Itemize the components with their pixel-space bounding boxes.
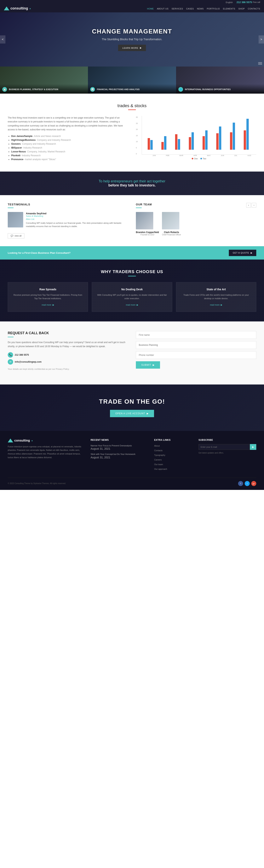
arrow-icon: ▶ [137,304,138,306]
hero-prev-button[interactable]: < [0,35,5,43]
feature-icon-3: 🌐 [178,87,183,92]
submit-button[interactable]: SUBMIT ▶ [136,361,160,369]
feature-card-3[interactable]: 🌐 INTERNATIONAL BUSINESS OPPORTUNITIES [176,66,264,94]
trades-divider [128,110,136,110]
hamburger-icon[interactable] [258,62,262,65]
arrow-icon: ▶ [147,412,148,415]
arrow-icon: ▶ [140,46,142,49]
footer-news-title-1[interactable]: Narrow Your Focus to Prevent Overanalysi… [91,444,148,447]
footer: consulting ▲ Fusce interdum ipsum egesta… [0,431,264,490]
footer-link-careers[interactable]: Careers [154,458,193,461]
view-all-button[interactable]: 💬 view all [8,233,24,239]
nav-item-about[interactable]: ABOUT US [157,7,168,10]
nav-item-shop[interactable]: SHOP [238,7,245,10]
hero-subtitle: The Stumbling Blocks that Trip Up Transf… [92,38,172,41]
team-member-2-role: Chief Financial Officer [162,234,181,236]
subscribe-button[interactable]: ▶ [250,444,256,450]
callback-form: Business Planning Financial Analysis Str… [136,331,256,375]
arrow-icon: ▶ [221,304,222,306]
team-next-button[interactable]: › [252,203,256,208]
why-card-1: Raw Spreads Receive premium pricing from… [8,282,88,312]
why-card-1-read-more[interactable]: read more ▶ [42,304,54,306]
callback-phone: 212 386 5575 [15,353,29,356]
team-member-1-avatar [136,212,153,229]
twitter-icon[interactable]: t [245,481,250,486]
logo[interactable]: consulting ▲ [4,6,31,10]
hero-next-button[interactable]: > [259,35,264,43]
top-bar: English 212 386 5575 Free call [0,0,264,4]
bar-mar-red [175,134,177,150]
team-members-list: Brandon Copperfield Founder & CEO Clark … [136,212,256,236]
why-card-3-read-more[interactable]: read more ▶ [210,304,222,306]
get-quote-button[interactable]: GET A QUOTE ▶ [229,250,256,256]
why-card-3-text: Trade Forex and CFDs with the world's be… [180,293,252,300]
team-member-1-role: Founder & CEO [136,234,159,236]
nav-item-services[interactable]: SERVICES [172,7,183,10]
arrow-icon: ▶ [251,252,253,254]
quote-banner: Looking for a First-Class Business Plan … [0,246,264,259]
team-prev-button[interactable]: ‹ [246,203,251,208]
trades-text: The first thing most investors want to s… [8,116,128,162]
first-name-input[interactable] [136,331,256,339]
footer-link-ourapproach[interactable]: Our approach [154,467,193,470]
team-member-1: Brandon Copperfield Founder & CEO [136,212,159,236]
feature-card-2[interactable]: 📊 FINANCIAL PROJECTIONS AND ANALYSIS [88,66,176,94]
subscribe-form: ▶ [198,444,256,450]
nav-item-cases[interactable]: CASES [186,7,194,10]
subscribe-email-input[interactable] [198,444,250,450]
arrow-icon: ▶ [153,364,155,366]
testimonial-info: Amanda Seyfried Sales & Marketing Allen … [26,212,128,228]
footer-news-title-2[interactable]: Stick with Your Concept but Do Your Home… [91,453,148,456]
why-card-3-title: State of the Art [180,288,252,291]
nav-item-portfolio[interactable]: PORTFOLIO [207,7,220,10]
hero-learn-more-button[interactable]: learn more ▶ [118,45,146,51]
feature-card-overlay-1: 📋 BUSINESS PLANNING, STRATEGY & EXECUTIO… [0,84,88,94]
feature-card-1[interactable]: 📋 BUSINESS PLANNING, STRATEGY & EXECUTIO… [0,66,88,94]
bar-group-aug [244,119,256,150]
chart-x-labels: JAN FEB MAR APR MAY JUN JUL AUG [142,155,256,156]
logo-text: consulting [10,6,28,10]
chat-icon: 💬 [11,235,13,237]
list-item: Goovers- Company and Industry Research [11,143,128,145]
nav-item-contacts[interactable]: CONTACTS [248,7,260,10]
footer-logo-text: consulting [14,439,30,442]
arrow-icon: ▶ [53,304,54,306]
chart-area: 30 25 20 15 10 5 0 [136,116,256,162]
footer-link-about[interactable]: About [154,444,193,447]
bar-group-may [202,130,215,150]
bar-apr-blue [192,132,194,150]
bar-chart-wrap: 30 25 20 15 10 5 0 [136,116,256,160]
list-item: Loose-Nexus- Company, Industry, Market R… [11,150,128,153]
footer-link-ourteam[interactable]: Our team [154,463,193,466]
nav-item-elements[interactable]: ELEMENTS [223,7,235,10]
service-select[interactable]: Business Planning Financial Analysis Str… [136,341,256,349]
callback-email: info@consultingwp.com [15,361,41,363]
why-cards-list: Raw Spreads Receive premium pricing from… [8,282,256,312]
bar-aug-red [244,130,246,150]
callback-description: Do you have questions about how Consulti… [8,340,128,348]
cta-banner: To help entrepreneurs get their act toge… [0,172,264,195]
open-live-account-button[interactable]: OPEN A LIVE ACCOUNT ▶ [110,410,154,417]
google-plus-icon[interactable]: g+ [251,481,256,486]
footer-link-typography[interactable]: Typography [154,453,193,457]
facebook-icon[interactable]: f [238,481,243,486]
bar-mar-blue [178,139,180,150]
logo-accent: ▲ [29,7,31,9]
footer-link-contacts[interactable]: Contacts [154,449,193,452]
footer-extra-links-col: Extra Links About Contacts Typography Ca… [154,439,193,472]
why-card-2-read-more[interactable]: read more ▶ [126,304,138,306]
bar-chart [142,116,256,155]
phone-input[interactable] [136,351,256,359]
nav-item-home[interactable]: HOME [147,7,154,10]
hero-content: CHANGE MANAGEMENT The Stumbling Blocks t… [88,20,176,59]
subscribe-description: Get latest updates and offers. [198,452,256,454]
nav-item-news[interactable]: NEWS [197,7,204,10]
why-card-2-text: With Consulting WP you'll get no re-quot… [96,293,168,300]
testimonial-avatar [8,212,23,227]
feature-card-overlay-3: 🌐 INTERNATIONAL BUSINESS OPPORTUNITIES [176,84,264,94]
callback-phone-row: 📞 212 386 5575 [8,352,128,358]
copyright-text: © 2023 Consulting Theme by Stylewise The… [8,482,66,485]
why-traders-divider [128,276,136,276]
language-selector[interactable]: English [226,1,233,3]
bar-group-jun [216,126,229,150]
